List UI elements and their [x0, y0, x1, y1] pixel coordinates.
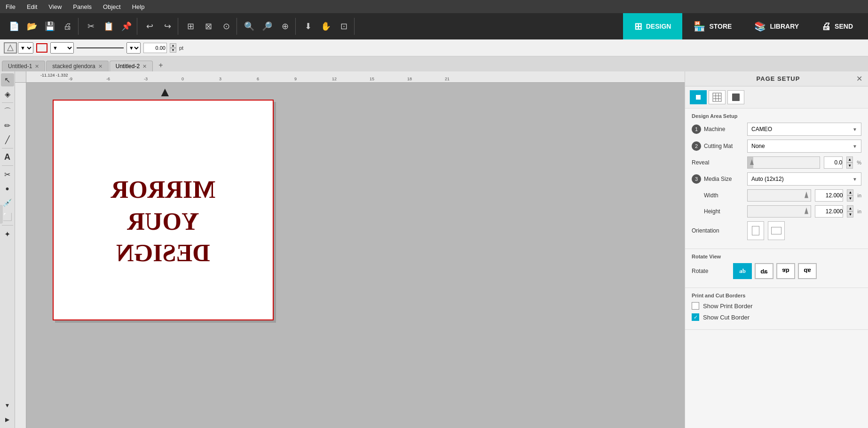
svg-text:ab: ab [804, 267, 811, 274]
stroke-value-down[interactable]: ▼ [170, 48, 176, 53]
undo-button[interactable]: ↩ [141, 18, 158, 35]
close-tab-stacked-glendora[interactable]: ✕ [98, 63, 103, 70]
shape-picker-button[interactable] [4, 42, 17, 54]
redo-button[interactable]: ↪ [159, 18, 176, 35]
width-down[interactable]: ▼ [847, 195, 853, 202]
grid-view-tab[interactable] [709, 90, 726, 104]
design-nav-button[interactable]: ⊞ DESIGN [623, 13, 683, 39]
node-edit-tool[interactable]: ◈ [1, 87, 14, 101]
reveal-up[interactable]: ▲ [846, 156, 853, 163]
tab-label-stacked-glendora: stacked glendora [52, 63, 95, 70]
show-print-border-checkbox[interactable] [692, 302, 699, 310]
library-nav-button[interactable]: 📚 LIBRARY [743, 13, 810, 39]
open-button[interactable]: 📂 [24, 18, 40, 35]
machine-value: CAMEO [751, 126, 772, 132]
show-cut-border-checkbox[interactable]: ✓ [692, 313, 699, 321]
zoom-in-button[interactable]: 🔍 [241, 18, 258, 35]
add-tab-button[interactable]: + [154, 59, 167, 71]
dark-view-tab[interactable] [727, 90, 744, 104]
new-button[interactable]: 📄 [6, 18, 23, 35]
top-toolbar: 📄 📂 💾 🖨 ✂ 📋 📌 ↩ ↪ ⊞ ⊠ ⊙ 🔍 🔎 ⊕ ⬇ ✋ ⊡ ⊞ DE… [0, 13, 868, 39]
store-nav-label: STORE [709, 23, 732, 30]
panel-close-button[interactable]: ✕ [856, 74, 862, 83]
zoom-fit-button[interactable]: ⊕ [276, 18, 293, 35]
reveal-input[interactable] [824, 156, 843, 169]
close-tab-untitled-1[interactable]: ✕ [35, 63, 39, 70]
shape-type-select[interactable]: ▼ [18, 42, 33, 54]
move-down-button[interactable]: ⬇ [300, 18, 316, 35]
draw-tool[interactable]: ✏ [1, 119, 14, 132]
machine-dropdown-arrow: ▼ [852, 127, 857, 132]
rotate-flip-v-button[interactable]: ab [776, 263, 795, 279]
tab-untitled-1[interactable]: Untitled-1 ✕ [2, 61, 45, 71]
stroke-style-select[interactable]: ▼ [126, 42, 141, 54]
frame-button[interactable]: ⊡ [335, 18, 352, 35]
rotate-normal-button[interactable]: ab [733, 263, 752, 279]
curve-tool[interactable]: ⌒ [1, 105, 14, 118]
wand-tool[interactable]: ✦ [1, 227, 14, 241]
menu-view[interactable]: View [47, 2, 63, 11]
design-view-tab[interactable] [690, 90, 707, 104]
copy-button[interactable]: 📋 [100, 18, 117, 35]
paint-tool[interactable]: ● [1, 182, 14, 195]
nav-right: ⊞ DESIGN 🏪 STORE 📚 LIBRARY 🖨 SEND [623, 13, 864, 39]
stroke-value-up[interactable]: ▲ [170, 43, 176, 48]
zoom-tools: 🔍 🔎 ⊕ [239, 18, 296, 35]
close-tab-untitled-2[interactable]: ✕ [142, 63, 147, 70]
portrait-button[interactable] [747, 221, 764, 240]
height-input[interactable]: 12.000 [815, 205, 843, 218]
send-nav-icon: 🖨 [821, 21, 831, 32]
collapse-left-button[interactable]: ▶ [1, 413, 14, 426]
pan-button[interactable]: ✋ [317, 18, 334, 35]
tab-untitled-2[interactable]: Untitled-2 ✕ [110, 61, 153, 71]
machine-dropdown[interactable]: CAMEO ▼ [747, 123, 861, 136]
group-button[interactable]: ⊞ [182, 18, 199, 35]
line-tool[interactable]: ╱ [1, 133, 14, 146]
menu-panels[interactable]: Panels [71, 2, 94, 11]
height-down[interactable]: ▼ [847, 211, 853, 218]
cut-button[interactable]: ✂ [82, 18, 99, 35]
landscape-button[interactable] [768, 221, 785, 240]
select-tool[interactable]: ↖ [1, 73, 14, 86]
store-nav-button[interactable]: 🏪 STORE [682, 13, 743, 39]
ungroup-button[interactable]: ⊠ [200, 18, 217, 35]
expand-left-button[interactable]: ▼ [1, 399, 14, 412]
design-canvas[interactable]: MIRROR YOUR DESIGN [53, 100, 274, 320]
save-button[interactable]: 💾 [41, 18, 58, 35]
rotate-180-button[interactable]: ab [798, 263, 817, 279]
reveal-slider-container[interactable] [747, 156, 820, 169]
cutting-mat-dropdown[interactable]: None ▼ [747, 140, 861, 153]
width-slider-container[interactable] [747, 189, 811, 202]
svg-marker-11 [805, 208, 808, 214]
media-size-row: 3 Media Size Auto (12x12) ▼ [692, 172, 861, 186]
menu-file[interactable]: File [4, 2, 17, 11]
send-nav-button[interactable]: 🖨 SEND [810, 13, 864, 39]
ruler-corner [15, 71, 26, 83]
show-cut-border-label: Show Cut Border [703, 314, 750, 321]
stroke-weight-slider[interactable] [77, 47, 124, 48]
menu-object[interactable]: Object [101, 2, 123, 11]
align-button[interactable]: ⊙ [218, 18, 235, 35]
tool-separator-4 [2, 225, 13, 226]
knife-tool[interactable]: ✂ [1, 168, 14, 181]
print-button[interactable]: 🖨 [59, 18, 76, 35]
stroke-value-input[interactable]: 0.00 [143, 43, 167, 53]
rotate-flip-h-button[interactable]: ab [755, 263, 773, 279]
reveal-down[interactable]: ▼ [846, 163, 853, 169]
canvas-area[interactable]: -11.124 -1.332 -9 -6 -3 0 3 6 9 12 15 18… [15, 71, 685, 428]
media-size-dropdown[interactable]: Auto (12x12) ▼ [747, 172, 861, 186]
stroke-color-box[interactable] [36, 43, 47, 53]
text-tool[interactable]: A [1, 150, 14, 163]
cutting-mat-step-icon: 2 [692, 141, 701, 151]
svg-rect-7 [713, 93, 721, 101]
height-up[interactable]: ▲ [847, 205, 853, 211]
width-up[interactable]: ▲ [847, 189, 853, 195]
tab-stacked-glendora[interactable]: stacked glendora ✕ [46, 61, 108, 71]
menu-edit[interactable]: Edit [25, 2, 39, 11]
stroke-color-select[interactable]: ▼ [50, 42, 74, 54]
height-slider-container[interactable] [747, 205, 811, 218]
paste-button[interactable]: 📌 [118, 18, 135, 35]
menu-help[interactable]: Help [130, 2, 147, 11]
zoom-out-button[interactable]: 🔎 [259, 18, 276, 35]
width-input[interactable]: 12.000 [815, 189, 843, 202]
